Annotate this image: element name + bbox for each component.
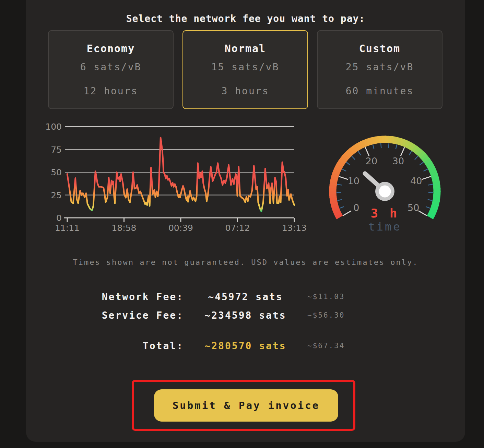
svg-text:50: 50 [408, 202, 419, 213]
svg-text:20: 20 [366, 156, 377, 166]
fee-summary: Network Fee: ~45972 sats ~$11.03 Service… [26, 287, 465, 355]
fee-option-card-normal[interactable]: Normal 15 sats/vB 3 hours [182, 30, 308, 109]
fee-option-name: Normal [183, 43, 307, 55]
svg-text:40: 40 [410, 176, 422, 186]
fee-option-card-custom[interactable]: Custom 25 sats/vB 60 minutes [317, 30, 442, 109]
svg-text:0: 0 [56, 213, 62, 223]
fee-option-rate: 15 sats/vB [183, 61, 307, 73]
service-fee-row: Service Fee: ~234598 sats ~$56.30 [26, 306, 465, 325]
svg-text:0: 0 [353, 202, 359, 213]
disclaimer-text: Times shown are not guaranteed. USD valu… [26, 258, 465, 267]
service-fee-label: Service Fee: [26, 310, 184, 321]
fee-option-time: 60 minutes [318, 85, 442, 97]
svg-text:07:12: 07:12 [225, 223, 250, 233]
fee-option-rate: 25 sats/vB [318, 61, 442, 73]
fee-option-cards: Economy 6 sats/vB 12 hours Normal 15 sat… [48, 30, 442, 109]
page-title: Select the network fee you want to pay: [26, 13, 465, 24]
fee-option-name: Custom [318, 43, 442, 55]
fee-option-card-economy[interactable]: Economy 6 sats/vB 12 hours [48, 30, 174, 109]
fee-option-time: 12 hours [49, 85, 173, 97]
network-fee-sats: ~45972 sats [184, 291, 307, 303]
total-label: Total: [26, 340, 184, 352]
network-fee-usd: ~$11.03 [307, 293, 465, 301]
svg-text:30: 30 [392, 156, 404, 166]
network-fee-label: Network Fee: [26, 291, 184, 303]
svg-text:100: 100 [45, 122, 62, 132]
svg-text:11:11: 11:11 [55, 223, 80, 233]
fee-history-chart: 025507510011:1118:5800:3907:1213:13 [41, 120, 305, 235]
svg-text:3 h: 3 h [370, 206, 399, 220]
svg-text:10: 10 [348, 176, 359, 186]
svg-text:13:13: 13:13 [282, 223, 307, 233]
submit-pay-button[interactable]: Submit & Pay invoice [154, 389, 338, 422]
network-fee-row: Network Fee: ~45972 sats ~$11.03 [26, 287, 465, 306]
fee-option-name: Economy [49, 43, 173, 55]
service-fee-sats: ~234598 sats [184, 310, 307, 321]
total-row: Total: ~280570 sats ~$67.34 [26, 337, 465, 355]
service-fee-usd: ~$56.30 [307, 311, 465, 319]
svg-text:50: 50 [51, 167, 62, 177]
fee-option-rate: 6 sats/vB [49, 61, 173, 73]
svg-text:18:58: 18:58 [111, 223, 136, 233]
svg-text:75: 75 [51, 145, 62, 155]
svg-text:time: time [368, 220, 401, 233]
fee-option-time: 3 hours [183, 85, 307, 97]
svg-text:00:39: 00:39 [168, 223, 193, 233]
total-sats: ~280570 sats [184, 340, 307, 352]
total-usd: ~$67.34 [307, 342, 465, 350]
svg-text:25: 25 [51, 190, 62, 200]
divider [58, 331, 433, 331]
fee-time-gauge: 010203040503 htime [324, 133, 446, 239]
